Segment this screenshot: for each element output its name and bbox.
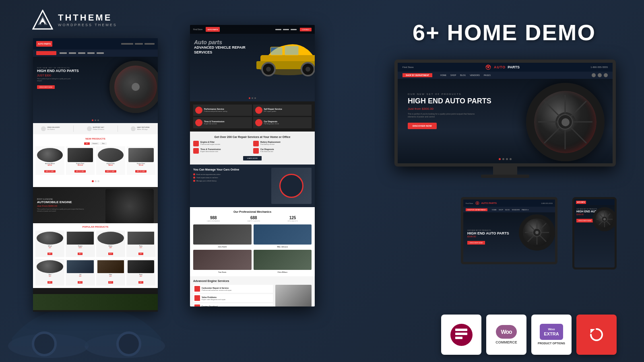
ds-header: Find Store AUTO PARTS 1-800-555-5555 xyxy=(398,63,613,72)
cm-repair-title: Get Over 200 Car Repair Services at Your… xyxy=(193,136,312,138)
tablet-hero-text: OUR NEW SET OF PRODUCTS HIGH END AUTO PA… xyxy=(463,225,513,249)
lm-popular-img-3 xyxy=(97,232,124,245)
cm-inline-stat-1: 988 CARS REPAIRED xyxy=(207,216,220,222)
cm-repair-icon-3 xyxy=(193,148,199,154)
cm-services-section: Performance Service Professional perform… xyxy=(190,101,315,132)
cm-engine-icon-1 xyxy=(194,286,200,292)
svg-point-40 xyxy=(603,218,606,220)
tablet-mockup: Find Store AUTO PARTS 1-800-555-5555 SHO… xyxy=(461,197,557,264)
cm-online-item-text-3: Manage your vehicle history xyxy=(196,180,217,182)
brand-sub: WORDPRESS THEMES xyxy=(58,23,117,27)
ds-find-store: Find Store xyxy=(402,66,414,68)
cm-engine-icon-3 xyxy=(194,304,200,306)
cm-online-item-text-2: Track repair status in real time xyxy=(196,177,218,179)
brand-name: THTHEME xyxy=(58,13,117,22)
woo-options-icon-bg: Woo EXTRA xyxy=(540,324,563,340)
cm-mechanics-grid: John Smith Mike Johnson Tom Davis Chris … xyxy=(193,224,312,273)
tablet-hero-wheel xyxy=(519,214,555,251)
elementor-bar-2 xyxy=(455,333,467,335)
lm-popular-row2: Disc $55 BUY Oil $30 BUY Filter $25 xyxy=(35,259,155,286)
cm-repair-item-desc-4: Full check service xyxy=(260,150,274,152)
cm-service-2: Self Repair Service DIY repair guides xyxy=(253,105,312,116)
ds-user-icon xyxy=(598,73,602,77)
tablet-phone: 1-800-555-5555 xyxy=(541,202,553,204)
cm-repair-4: Car Diagnosis Full check service xyxy=(253,148,312,154)
svg-point-9 xyxy=(41,22,44,25)
ds-nav-pages: PAGES xyxy=(484,74,491,76)
svg-rect-17 xyxy=(270,47,283,55)
ds-dot-2 xyxy=(502,158,504,160)
cm-service-text-1: Professional performance tuning xyxy=(204,110,227,113)
lm-product-img-3 xyxy=(98,148,124,162)
brand-logo: THTHEME WORDPRESS THEMES xyxy=(32,10,117,31)
lm-stat-support: SUPPORT 24/7Online 24 hours xyxy=(87,126,104,131)
tablet-nav-home: HOME xyxy=(492,209,497,211)
cm-service-icon-2 xyxy=(255,107,262,114)
lm-popular-grid: Wheel $45 BUY Engine $120 BUY Brake $88 … xyxy=(35,230,155,257)
lm-popular-title: POPULAR PRODUCTS xyxy=(35,226,155,228)
ds-nav-links: HOME SHOP BLOG VENDORS PAGES xyxy=(440,74,491,76)
lm-product-price-2: $120.00 xyxy=(68,165,93,166)
cm-mechanic-2: Mike Johnson xyxy=(254,224,312,248)
woo-extra-big: EXTRA xyxy=(544,331,559,336)
ds-nav-vendors: VENDORS xyxy=(470,74,480,76)
elementor-bar-1 xyxy=(455,329,467,331)
cm-repair-2: Battery Replacement Fast battery service xyxy=(253,141,312,146)
cm-mechanic-3: Tom Davis xyxy=(193,250,252,273)
cm-repair-section: Get Over 200 Car Repair Services at Your… xyxy=(190,132,315,165)
ds-dot-3 xyxy=(506,158,508,160)
phone-content: AUTO PARTS OUR NEW SET OF PRODUCTS HIGH … xyxy=(574,199,615,267)
svg-point-14 xyxy=(266,67,271,72)
cm-service-text-2: DIY repair guides xyxy=(264,110,282,113)
lm-bottom-car xyxy=(33,288,158,310)
lm-add-to-cart-4: ADD TO CART xyxy=(135,170,147,173)
updater-icon xyxy=(586,324,608,346)
phone-hero-wheel xyxy=(592,207,615,231)
cm-repair-3: Tires & Transmission Expert transmission… xyxy=(193,148,252,154)
lm-hero-btn: DISCOVER NOW xyxy=(37,85,55,89)
lm-product-grid: Steering Wheel $45.00 ADD TO CART Engine… xyxy=(35,146,155,175)
ds-search-icon xyxy=(592,73,596,77)
ds-cart-icon xyxy=(604,73,608,77)
lm-popular-img-1 xyxy=(37,232,63,245)
plugin-badges: Woo COMMERCE Woo EXTRA PRODUCT OPTIONS xyxy=(441,315,617,355)
lm-product-3: Engine Parts $88.00 ADD TO CART xyxy=(96,146,125,175)
svg-point-28 xyxy=(477,202,478,204)
updater-svg xyxy=(588,326,606,344)
cm-engine-items-list: Carburetor Repair & Service Professional… xyxy=(193,285,273,306)
lm-hero-desc: This is perfect if you're looking for a … xyxy=(37,78,73,82)
svg-point-26 xyxy=(562,119,568,125)
tablet-logo: AUTO PARTS xyxy=(475,201,496,205)
cm-mechanic-1: John Smith xyxy=(193,224,252,248)
cm-engine-photo xyxy=(275,285,312,306)
ds-logo-icon xyxy=(485,64,492,70)
lm-carousel-dots xyxy=(92,119,99,121)
cm-stats-inline: 988 CARS REPAIRED 688 HAPPY CLIENTS 125 … xyxy=(193,216,312,222)
ds-hero-text: OUR NEW SET OF PRODUCTS HIGH END AUTO PA… xyxy=(408,93,491,129)
lm-hero-price: JUST $300 xyxy=(37,74,79,77)
ds-nav: SHOP BY DEPARTMENT HOME SHOP BLOG VENDOR… xyxy=(398,72,613,79)
lm-popular-img-2 xyxy=(67,232,93,245)
lm-bottom-stats: 956 SATISFACTIONS 320 STAFF MEMBERS 100 … xyxy=(33,310,158,312)
ds-header-center: AUTO PARTS xyxy=(417,64,588,70)
phone-hero: OUR NEW SET OF PRODUCTS HIGH END AUTO PA… xyxy=(574,205,615,267)
lm-engine-desc: This is perfect if you're looking for a … xyxy=(37,208,85,212)
elementor-icon xyxy=(450,324,473,346)
cm-mechanic-4: Chris Wilson xyxy=(254,250,312,273)
lm-popular-1: Wheel $45 BUY xyxy=(35,230,64,257)
lm-hero-title: HIGH END AUTO PARTS xyxy=(37,69,79,73)
cm-repair-1: Engine & Filter Professional engine serv… xyxy=(193,141,252,146)
cm-stat-lbl-3: SPECIALISTS xyxy=(287,220,298,222)
woocommerce-badge: Woo COMMERCE xyxy=(486,315,526,355)
tablet-nav-shop: SHOP xyxy=(499,209,503,211)
cm-service-icon-4 xyxy=(255,119,262,126)
tablet-store: Find Store xyxy=(466,202,473,204)
ds-dot-4 xyxy=(510,158,512,160)
tablet-content: Find Store AUTO PARTS 1-800-555-5555 SHO… xyxy=(463,200,555,262)
woo-options-content: Woo EXTRA PRODUCT OPTIONS xyxy=(538,324,565,345)
ds-nav-shop: SHOP xyxy=(450,74,456,76)
ds-hero-eyebrow: OUR NEW SET OF PRODUCTS xyxy=(408,93,491,95)
lm-product-img-4 xyxy=(128,148,154,162)
ds-hero-btn: DISCOVER NOW xyxy=(408,123,437,129)
cm-stat-val-1: 988 xyxy=(207,216,220,220)
